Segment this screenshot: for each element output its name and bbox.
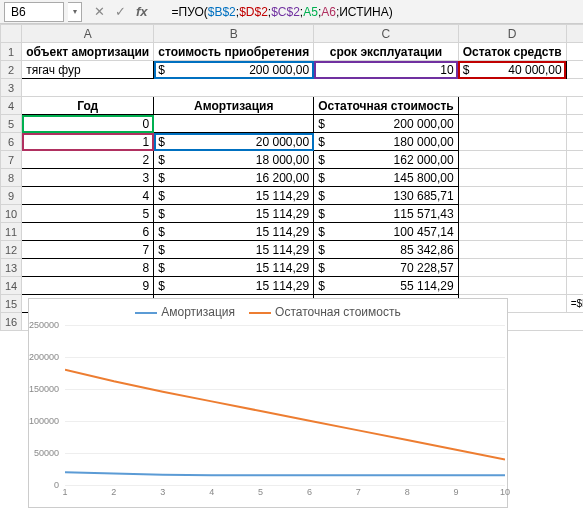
cell-F15[interactable]: =$B$2-СУММ($B$6:B15) [566,295,583,313]
row-14[interactable]: 14 [1,277,22,295]
formula-buttons: ✕ ✓ fx [82,4,166,19]
row-12[interactable]: 12 [1,241,22,259]
cell-A4[interactable]: Год [22,97,154,115]
cell-A9[interactable]: 4 [22,187,154,205]
name-box[interactable]: B6 [4,2,64,22]
col-D[interactable]: D [458,25,566,43]
cell-A3[interactable] [22,79,583,97]
cell-E4[interactable] [566,97,583,115]
cell-B6[interactable]: $20 000,00 [154,133,314,151]
spreadsheet[interactable]: A B C D E F 1 объект амортизации стоимос… [0,24,583,331]
cell-E1[interactable] [566,43,583,61]
row-2[interactable]: 2 [1,61,22,79]
row-9[interactable]: 9 [1,187,22,205]
cell-A13[interactable]: 8 [22,259,154,277]
cell-A7[interactable]: 2 [22,151,154,169]
cell-B2[interactable]: $200 000,00 [154,61,314,79]
cell-B13[interactable]: $15 114,29 [154,259,314,277]
cell-C1[interactable]: срок эксплуатации [314,43,458,61]
cell-A6[interactable]: 1 [22,133,154,151]
select-all[interactable] [1,25,22,43]
cell-C10[interactable]: $115 571,43 [314,205,458,223]
formula-input[interactable]: =ПУО($B$2;$D$2;$C$2;A5;A6;ИСТИНА) [166,5,583,19]
cell-E2[interactable] [566,61,583,79]
row-5[interactable]: 5 [1,115,22,133]
cell-C5[interactable]: $200 000,00 [314,115,458,133]
cell-A2[interactable]: тягач фур [22,61,154,79]
cell-C6[interactable]: $180 000,00 [314,133,458,151]
cancel-icon[interactable]: ✕ [94,4,105,19]
row-13[interactable]: 13 [1,259,22,277]
row-1[interactable]: 1 [1,43,22,61]
row-16[interactable]: 16 [1,313,22,331]
chart-legend: Амортизация Остаточная стоимость [29,299,507,325]
cell-A1[interactable]: объект амортизации [22,43,154,61]
cell-A8[interactable]: 3 [22,169,154,187]
chart-plot: 0500001000001500002000002500001234567891… [65,325,505,485]
cell-B11[interactable]: $15 114,29 [154,223,314,241]
cell-A14[interactable]: 9 [22,277,154,295]
cell-C8[interactable]: $145 800,00 [314,169,458,187]
row-3[interactable]: 3 [1,79,22,97]
cell-D1[interactable]: Остаток средств [458,43,566,61]
cell-B10[interactable]: $15 114,29 [154,205,314,223]
cell-C9[interactable]: $130 685,71 [314,187,458,205]
col-E[interactable]: E [566,25,583,43]
cell-B1[interactable]: стоимость приобретения [154,43,314,61]
cell-C7[interactable]: $162 000,00 [314,151,458,169]
cell-C13[interactable]: $70 228,57 [314,259,458,277]
col-A[interactable]: A [22,25,154,43]
row-7[interactable]: 7 [1,151,22,169]
col-C[interactable]: C [314,25,458,43]
cell-B12[interactable]: $15 114,29 [154,241,314,259]
cell-C2[interactable]: 10 [314,61,458,79]
legend-swatch-1 [135,312,157,314]
cell-B14[interactable]: $15 114,29 [154,277,314,295]
enter-icon[interactable]: ✓ [115,4,126,19]
row-8[interactable]: 8 [1,169,22,187]
cell-B4[interactable]: Амортизация [154,97,314,115]
row-4[interactable]: 4 [1,97,22,115]
cell-C4[interactable]: Остаточная стоимость [314,97,458,115]
cell-A12[interactable]: 7 [22,241,154,259]
cell-D2[interactable]: $ 40 000,00 [458,61,566,79]
cell-B5[interactable] [154,115,314,133]
cell-A11[interactable]: 6 [22,223,154,241]
cell-A10[interactable]: 5 [22,205,154,223]
row-15[interactable]: 15 [1,295,22,313]
cell-B9[interactable]: $15 114,29 [154,187,314,205]
row-6[interactable]: 6 [1,133,22,151]
cell-B7[interactable]: $18 000,00 [154,151,314,169]
row-11[interactable]: 11 [1,223,22,241]
cell-A5[interactable]: 0 [22,115,154,133]
cell-C11[interactable]: $100 457,14 [314,223,458,241]
fx-icon[interactable]: fx [136,4,154,19]
row-10[interactable]: 10 [1,205,22,223]
legend-swatch-2 [249,312,271,314]
chart[interactable]: Амортизация Остаточная стоимость 0500001… [28,298,508,508]
cell-D4[interactable] [458,97,566,115]
formula-bar: B6 ▾ ✕ ✓ fx =ПУО($B$2;$D$2;$C$2;A5;A6;ИС… [0,0,583,24]
col-B[interactable]: B [154,25,314,43]
cell-C14[interactable]: $55 114,29 [314,277,458,295]
name-box-dropdown[interactable]: ▾ [68,2,82,22]
cell-C12[interactable]: $85 342,86 [314,241,458,259]
cell-B8[interactable]: $16 200,00 [154,169,314,187]
